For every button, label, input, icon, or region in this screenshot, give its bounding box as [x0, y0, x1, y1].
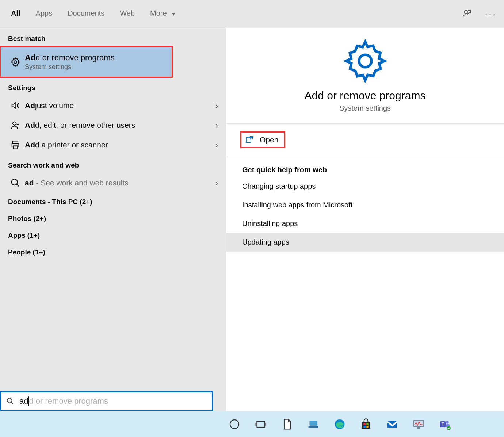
group-photos[interactable]: Photos (2+)	[0, 210, 226, 226]
svg-point-9	[7, 398, 12, 403]
svg-point-1	[14, 61, 16, 63]
item-label: Ad	[25, 141, 35, 149]
search-icon	[6, 397, 14, 405]
search-ghost: d or remove programs	[29, 396, 108, 406]
quick-link-webapps[interactable]: Installing web apps from Microsoft	[226, 196, 504, 214]
edge-icon[interactable]	[332, 416, 348, 432]
open-label: Open	[260, 135, 278, 144]
item-label: just volume	[35, 101, 74, 110]
item-label: d a printer or scanner	[35, 141, 108, 149]
chevron-right-icon: ›	[215, 121, 218, 130]
results-panel: Best match Add or remove programs System…	[0, 28, 226, 411]
quick-link-uninstall[interactable]: Uninstalling apps	[226, 214, 504, 233]
gear-icon	[8, 57, 23, 67]
item-label: d, edit, or remove other users	[35, 121, 135, 129]
filter-tabs: All Apps Documents Web More ▼ ···	[0, 0, 504, 28]
gear-icon	[233, 39, 497, 84]
section-search-web: Search work and web	[0, 155, 226, 173]
mail-icon[interactable]	[384, 416, 400, 432]
best-match-rest: d or remove programs	[35, 53, 114, 62]
tab-more-label: More	[150, 9, 167, 17]
group-apps[interactable]: Apps (1+)	[0, 226, 226, 243]
detail-subtitle: System settings	[233, 104, 497, 112]
svg-rect-15	[362, 422, 370, 429]
svg-point-27	[447, 426, 451, 430]
chevron-right-icon: ›	[215, 101, 218, 110]
store-icon[interactable]	[358, 416, 374, 432]
task-view-icon[interactable]	[253, 416, 269, 432]
settings-item-users[interactable]: Add, edit, or remove other users ›	[0, 115, 226, 135]
tab-all[interactable]: All	[11, 9, 20, 19]
svg-point-10	[230, 420, 239, 429]
best-match-item[interactable]: Add or remove programs System settings	[0, 46, 172, 77]
person-add-icon	[8, 120, 23, 130]
tab-documents[interactable]: Documents	[68, 9, 104, 19]
laptop-app-icon[interactable]	[305, 416, 321, 432]
svg-point-2	[13, 122, 16, 125]
open-button[interactable]: Open	[241, 132, 285, 148]
svg-point-0	[464, 10, 467, 14]
quick-help-heading: Get quick help from web	[226, 156, 504, 177]
quick-link-update[interactable]: Updating apps	[226, 233, 504, 252]
volume-icon	[8, 100, 23, 111]
detail-title: Add or remove programs	[233, 89, 497, 102]
tab-web[interactable]: Web	[120, 9, 135, 19]
item-label: Ad	[25, 101, 35, 110]
search-icon	[8, 178, 23, 188]
tab-apps[interactable]: Apps	[36, 9, 53, 19]
svg-rect-18	[363, 426, 365, 428]
svg-point-25	[446, 421, 449, 423]
svg-rect-17	[366, 423, 368, 425]
chevron-down-icon: ▼	[171, 11, 176, 17]
svg-rect-8	[246, 138, 251, 142]
best-match-sub: System settings	[25, 63, 164, 71]
section-settings: Settings	[0, 77, 226, 96]
monitor-app-icon[interactable]	[411, 416, 427, 432]
chevron-right-icon: ›	[215, 179, 218, 187]
feedback-icon[interactable]	[462, 9, 472, 20]
svg-point-6	[12, 179, 18, 185]
cortana-icon[interactable]	[226, 416, 243, 432]
group-people[interactable]: People (1+)	[0, 243, 226, 260]
section-best-match: Best match	[0, 28, 226, 46]
item-label: ad	[25, 179, 34, 187]
tab-more[interactable]: More ▼	[150, 9, 176, 19]
quick-link-startup[interactable]: Changing startup apps	[226, 177, 504, 196]
search-typed: ad	[19, 396, 28, 406]
open-icon	[245, 135, 254, 144]
svg-rect-3	[13, 141, 18, 144]
detail-panel: Add or remove programs System settings O…	[226, 28, 504, 411]
settings-item-volume[interactable]: Adjust volume ›	[0, 96, 226, 115]
best-match-bold: Ad	[25, 53, 35, 62]
svg-rect-12	[309, 421, 317, 425]
settings-item-printer[interactable]: Add a printer or scanner ›	[0, 135, 226, 155]
svg-rect-13	[309, 426, 318, 428]
svg-rect-11	[257, 421, 264, 427]
more-options-icon[interactable]: ···	[485, 9, 497, 19]
web-search-item[interactable]: ad - See work and web results ›	[0, 173, 226, 193]
printer-icon	[8, 140, 23, 150]
item-sublabel: - See work and web results	[34, 179, 129, 187]
group-documents[interactable]: Documents - This PC (2+)	[0, 193, 226, 210]
taskbar: T	[0, 411, 504, 437]
chevron-right-icon: ›	[215, 141, 218, 149]
svg-rect-22	[417, 427, 420, 429]
svg-text:T: T	[442, 422, 444, 427]
svg-point-7	[359, 55, 371, 67]
document-app-icon[interactable]	[279, 416, 295, 432]
svg-rect-16	[363, 423, 365, 425]
svg-rect-19	[366, 426, 368, 428]
teams-icon[interactable]: T	[437, 416, 453, 432]
search-input[interactable]: add or remove programs	[0, 391, 213, 411]
item-label: Ad	[25, 121, 35, 129]
